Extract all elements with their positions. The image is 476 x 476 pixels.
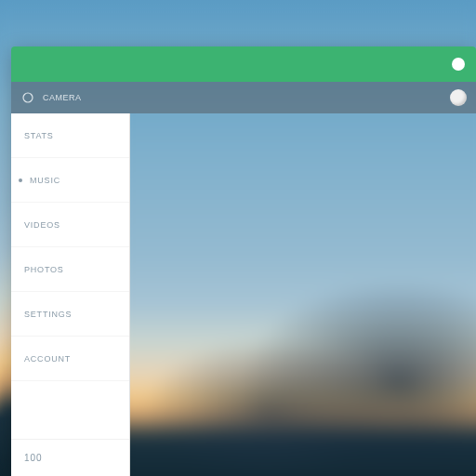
sidebar-item-account[interactable]: ACCOUNT — [11, 337, 129, 381]
sidebar-item-label: PHOTOS — [24, 265, 64, 274]
sidebar-item-videos[interactable]: VIDEOS — [11, 203, 129, 247]
sidebar-item-label: ACCOUNT — [24, 354, 71, 364]
content-area — [130, 113, 476, 476]
sidebar-item-label: MUSIC — [30, 176, 60, 185]
sidebar-item-settings[interactable]: SETTINGS — [11, 292, 129, 337]
sidebar-footer: 100 — [11, 439, 129, 476]
menu-icon[interactable] — [20, 90, 35, 105]
sidebar-item-label: STATS — [24, 131, 54, 140]
sidebar: STATS MUSIC VIDEOS PHOTOS SETTINGS ACCOU… — [11, 113, 130, 476]
sidebar-item-stats[interactable]: STATS — [11, 113, 129, 158]
window-body: STATS MUSIC VIDEOS PHOTOS SETTINGS ACCOU… — [11, 113, 476, 476]
window-control-icon[interactable] — [452, 58, 465, 71]
sidebar-item-music[interactable]: MUSIC — [11, 158, 129, 203]
profile-icon[interactable] — [450, 89, 467, 106]
toolbar-right — [450, 89, 467, 106]
sidebar-item-photos[interactable]: PHOTOS — [11, 247, 129, 292]
toolbar-label: CAMERA — [43, 93, 82, 102]
sidebar-item-label: VIDEOS — [24, 220, 60, 230]
app-window: CAMERA STATS MUSIC VIDEOS PHOTOS SETTING… — [11, 46, 476, 476]
dot-icon — [19, 178, 22, 182]
toolbar: CAMERA — [11, 82, 476, 113]
content-background-image — [130, 113, 476, 476]
svg-point-0 — [23, 93, 33, 102]
sidebar-item-label: SETTINGS — [24, 310, 72, 319]
sidebar-footer-value: 100 — [24, 453, 43, 463]
window-titlebar[interactable] — [11, 46, 476, 82]
